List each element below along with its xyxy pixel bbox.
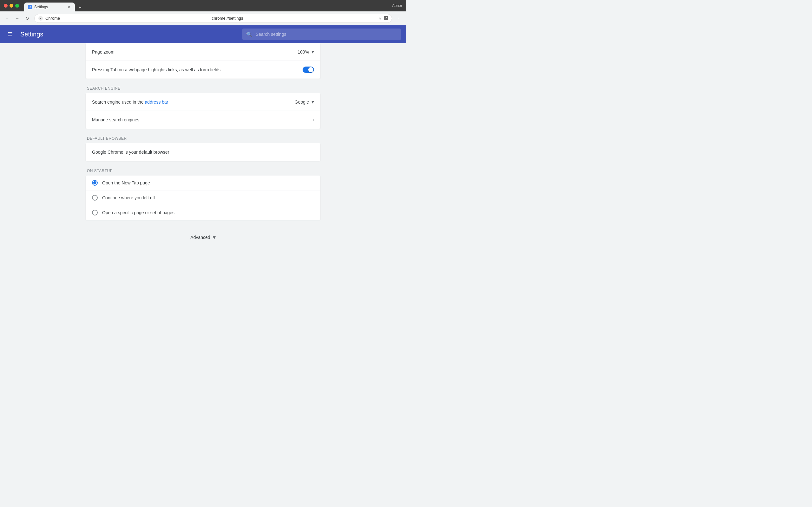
page-zoom-control[interactable]: 100% ▾ bbox=[276, 49, 314, 55]
address-right-controls: ☆ 🅿 bbox=[378, 16, 388, 20]
nav-bar: ← → ↻ ● Chrome chrome://settings ☆ 🅿 ⋮ bbox=[0, 11, 406, 25]
minimize-button[interactable] bbox=[9, 4, 13, 8]
back-button[interactable]: ← bbox=[3, 14, 11, 23]
search-engine-control[interactable]: Google ▾ bbox=[276, 99, 314, 105]
startup-new-tab-radio[interactable] bbox=[92, 180, 98, 186]
user-name: Abner bbox=[392, 3, 402, 8]
menu-button[interactable]: ⋮ bbox=[395, 14, 403, 23]
advanced-section: Advanced ▾ bbox=[86, 221, 320, 253]
toggle-knob bbox=[308, 67, 313, 72]
startup-new-tab-label: Open the New Tab page bbox=[102, 180, 150, 185]
on-startup-card: Open the New Tab page Continue where you… bbox=[86, 176, 320, 220]
address-bar-link[interactable]: address bar bbox=[145, 100, 168, 105]
search-engine-label-start: Search engine used in the bbox=[92, 100, 145, 105]
startup-specific-page-radio[interactable] bbox=[92, 210, 98, 216]
new-tab-button[interactable]: + bbox=[76, 4, 84, 11]
tab-close-button[interactable]: ✕ bbox=[67, 5, 71, 9]
page-zoom-dropdown[interactable]: 100% ▾ bbox=[276, 49, 314, 55]
forward-button[interactable]: → bbox=[13, 14, 21, 23]
settings-header: ☰ Settings 🔍 bbox=[0, 25, 406, 43]
advanced-arrow-icon: ▾ bbox=[213, 234, 216, 241]
tab-bar: ⚙ Settings ✕ + bbox=[24, 0, 84, 11]
traffic-lights bbox=[4, 4, 19, 8]
startup-new-tab-radio-inner bbox=[93, 181, 96, 184]
search-engine-row: Search engine used in the address bar Go… bbox=[86, 93, 320, 111]
startup-continue-radio[interactable] bbox=[92, 195, 98, 201]
search-engine-card: Search engine used in the address bar Go… bbox=[86, 93, 320, 129]
search-bar[interactable]: 🔍 bbox=[242, 29, 401, 40]
main-content: Page zoom 100% ▾ Pressing Tab on a webpa… bbox=[0, 43, 406, 253]
title-bar: ⚙ Settings ✕ + Abner bbox=[0, 0, 406, 11]
reload-button[interactable]: ↻ bbox=[23, 14, 32, 23]
advanced-label: Advanced bbox=[190, 235, 210, 240]
hamburger-menu-icon[interactable]: ☰ bbox=[5, 28, 15, 40]
on-startup-heading: On startup bbox=[86, 162, 320, 176]
manage-search-engines-arrow-icon: › bbox=[312, 117, 314, 123]
address-favicon: ● bbox=[38, 16, 43, 20]
address-label: Chrome bbox=[45, 16, 209, 20]
startup-continue-row[interactable]: Continue where you left off bbox=[86, 190, 320, 205]
address-bar[interactable]: ● Chrome chrome://settings ☆ 🅿 bbox=[34, 14, 392, 23]
default-browser-label: Google Chrome is your default browser bbox=[92, 150, 314, 155]
advanced-button[interactable]: Advanced ▾ bbox=[185, 231, 220, 243]
pocket-icon[interactable]: 🅿 bbox=[384, 16, 388, 20]
search-engine-label: Search engine used in the address bar bbox=[92, 100, 276, 105]
default-browser-heading: Default browser bbox=[86, 130, 320, 143]
address-url: chrome://settings bbox=[212, 16, 376, 20]
close-button[interactable] bbox=[4, 4, 8, 8]
search-icon: 🔍 bbox=[246, 32, 252, 38]
search-input[interactable] bbox=[256, 32, 397, 37]
tab-highlight-row: Pressing Tab on a webpage highlights lin… bbox=[86, 61, 320, 78]
maximize-button[interactable] bbox=[15, 4, 19, 8]
settings-content: Page zoom 100% ▾ Pressing Tab on a webpa… bbox=[86, 43, 320, 253]
default-browser-row: Google Chrome is your default browser bbox=[86, 143, 320, 161]
tab-highlight-label: Pressing Tab on a webpage highlights lin… bbox=[92, 67, 303, 72]
bookmark-icon[interactable]: ☆ bbox=[378, 16, 382, 20]
startup-specific-page-row[interactable]: Open a specific page or set of pages bbox=[86, 205, 320, 220]
settings-title: Settings bbox=[20, 31, 43, 38]
startup-continue-label: Continue where you left off bbox=[102, 195, 155, 200]
tab-favicon: ⚙ bbox=[28, 5, 32, 9]
default-browser-card: Google Chrome is your default browser bbox=[86, 143, 320, 161]
settings-tab[interactable]: ⚙ Settings ✕ bbox=[24, 3, 75, 11]
tab-highlight-toggle[interactable] bbox=[303, 66, 314, 73]
appearance-card: Page zoom 100% ▾ Pressing Tab on a webpa… bbox=[86, 43, 320, 78]
search-engine-value: Google bbox=[295, 100, 309, 105]
chrome-logo-icon: ● bbox=[40, 17, 42, 20]
manage-search-engines-row[interactable]: Manage search engines › bbox=[86, 111, 320, 129]
page-zoom-value: 100% bbox=[298, 49, 309, 55]
search-engine-dropdown[interactable]: Google ▾ bbox=[276, 99, 314, 105]
search-engine-dropdown-arrow-icon: ▾ bbox=[311, 99, 314, 105]
tab-highlight-control bbox=[303, 66, 314, 73]
page-zoom-row: Page zoom 100% ▾ bbox=[86, 43, 320, 61]
tab-title: Settings bbox=[34, 5, 65, 9]
nav-right-controls: ⋮ bbox=[395, 14, 403, 23]
dropdown-arrow-icon: ▾ bbox=[311, 49, 314, 55]
search-engine-heading: Search engine bbox=[86, 80, 320, 93]
startup-new-tab-row[interactable]: Open the New Tab page bbox=[86, 176, 320, 190]
manage-search-engines-label: Manage search engines bbox=[92, 117, 312, 122]
startup-specific-page-label: Open a specific page or set of pages bbox=[102, 210, 174, 215]
page-zoom-label: Page zoom bbox=[92, 49, 276, 55]
